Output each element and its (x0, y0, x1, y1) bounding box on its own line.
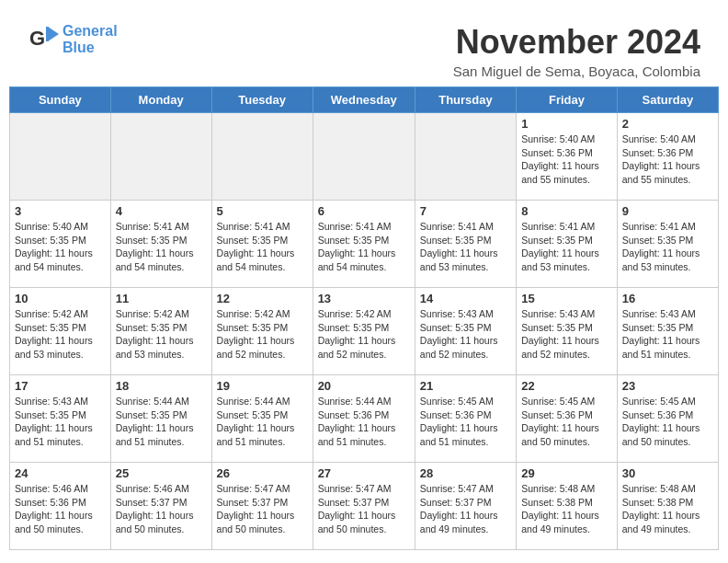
table-row: 20Sunrise: 5:44 AMSunset: 5:36 PMDayligh… (313, 375, 415, 463)
cell-info: Daylight: 11 hours and 50 minutes. (521, 421, 612, 448)
cell-info: Daylight: 11 hours and 51 minutes. (116, 421, 207, 448)
day-number: 10 (15, 292, 106, 305)
cell-info: Sunrise: 5:48 AM (622, 482, 713, 496)
table-row: 24Sunrise: 5:46 AMSunset: 5:36 PMDayligh… (10, 463, 111, 550)
cell-info: Daylight: 11 hours and 53 minutes. (521, 247, 612, 273)
table-row: 11Sunrise: 5:42 AMSunset: 5:35 PMDayligh… (110, 288, 211, 375)
day-number: 24 (15, 466, 106, 480)
cell-info: Sunrise: 5:45 AM (521, 395, 612, 408)
cell-info: Sunset: 5:35 PM (116, 408, 207, 422)
table-row: 3Sunrise: 5:40 AMSunset: 5:35 PMDaylight… (10, 201, 111, 288)
table-row: 14Sunrise: 5:43 AMSunset: 5:35 PMDayligh… (415, 288, 516, 375)
cell-info: Sunrise: 5:46 AM (116, 482, 207, 496)
cell-info: Sunset: 5:35 PM (622, 321, 713, 335)
cell-info: Sunset: 5:35 PM (15, 321, 106, 335)
logo: G General Blue (28, 23, 118, 57)
cell-info: Daylight: 11 hours and 53 minutes. (116, 334, 207, 361)
cell-info: Sunrise: 5:46 AM (15, 482, 106, 496)
cell-info: Sunset: 5:37 PM (116, 496, 207, 510)
day-number: 14 (420, 292, 511, 305)
page-container: G General Blue November 2024 San Miguel … (0, 0, 728, 559)
day-number: 15 (521, 292, 612, 305)
cell-info: Sunset: 5:36 PM (521, 408, 612, 422)
table-row: 4Sunrise: 5:41 AMSunset: 5:35 PMDaylight… (110, 201, 211, 288)
day-number: 19 (217, 379, 308, 393)
cell-info: Sunrise: 5:43 AM (622, 307, 713, 321)
month-year-title: November 2024 (453, 23, 700, 62)
table-row: 5Sunrise: 5:41 AMSunset: 5:35 PMDaylight… (211, 201, 313, 288)
cell-info: Sunrise: 5:44 AM (217, 395, 308, 408)
table-row: 7Sunrise: 5:41 AMSunset: 5:35 PMDaylight… (415, 201, 516, 288)
table-row (10, 113, 111, 201)
cell-info: Sunset: 5:35 PM (420, 321, 511, 335)
logo-icon: G (28, 23, 61, 56)
table-row: 18Sunrise: 5:44 AMSunset: 5:35 PMDayligh… (110, 375, 211, 463)
cell-info: Sunrise: 5:42 AM (116, 307, 207, 321)
table-row: 30Sunrise: 5:48 AMSunset: 5:38 PMDayligh… (617, 463, 718, 550)
cell-info: Sunset: 5:35 PM (318, 321, 410, 335)
cell-info: Sunrise: 5:41 AM (521, 220, 612, 234)
cell-info: Sunrise: 5:42 AM (318, 307, 410, 321)
cell-info: Sunrise: 5:41 AM (116, 220, 207, 234)
cell-info: Daylight: 11 hours and 52 minutes. (521, 334, 612, 361)
cell-info: Sunrise: 5:40 AM (15, 220, 106, 234)
cell-info: Daylight: 11 hours and 54 minutes. (15, 247, 106, 273)
cell-info: Sunrise: 5:44 AM (318, 395, 410, 408)
cell-info: Sunset: 5:35 PM (217, 321, 308, 335)
day-number: 2 (622, 117, 713, 131)
day-number: 13 (318, 292, 410, 305)
svg-rect-3 (46, 27, 49, 41)
col-header-wednesday: Wednesday (313, 87, 415, 113)
day-number: 23 (622, 379, 713, 393)
cell-info: Sunrise: 5:43 AM (15, 395, 106, 408)
cell-info: Sunrise: 5:48 AM (521, 482, 612, 496)
cell-info: Daylight: 11 hours and 50 minutes. (116, 509, 207, 535)
cell-info: Daylight: 11 hours and 50 minutes. (217, 509, 308, 535)
cell-info: Sunrise: 5:41 AM (217, 220, 308, 234)
day-number: 20 (318, 379, 410, 393)
day-number: 12 (217, 292, 308, 305)
cell-info: Daylight: 11 hours and 49 minutes. (420, 509, 511, 535)
day-number: 11 (116, 292, 207, 305)
cell-info: Sunset: 5:35 PM (217, 234, 308, 247)
day-number: 3 (15, 204, 106, 218)
day-number: 25 (116, 466, 207, 480)
title-block: November 2024 San Miguel de Sema, Boyaca… (453, 23, 700, 79)
cell-info: Daylight: 11 hours and 50 minutes. (15, 509, 106, 535)
cell-info: Sunset: 5:35 PM (521, 321, 612, 335)
logo-text: General Blue (63, 23, 118, 57)
cell-info: Sunrise: 5:42 AM (217, 307, 308, 321)
cell-info: Daylight: 11 hours and 51 minutes. (217, 421, 308, 448)
table-row: 8Sunrise: 5:41 AMSunset: 5:35 PMDaylight… (517, 201, 618, 288)
table-row: 10Sunrise: 5:42 AMSunset: 5:35 PMDayligh… (10, 288, 111, 375)
cell-info: Sunrise: 5:44 AM (116, 395, 207, 408)
day-number: 7 (420, 204, 511, 218)
table-row: 27Sunrise: 5:47 AMSunset: 5:37 PMDayligh… (313, 463, 415, 550)
day-number: 29 (521, 466, 612, 480)
cell-info: Sunrise: 5:41 AM (420, 220, 511, 234)
table-row: 16Sunrise: 5:43 AMSunset: 5:35 PMDayligh… (617, 288, 718, 375)
cell-info: Sunset: 5:38 PM (521, 496, 612, 510)
table-row: 17Sunrise: 5:43 AMSunset: 5:35 PMDayligh… (10, 375, 111, 463)
cell-info: Sunset: 5:38 PM (622, 496, 713, 510)
cell-info: Daylight: 11 hours and 52 minutes. (420, 334, 511, 361)
cell-info: Daylight: 11 hours and 53 minutes. (420, 247, 511, 273)
cell-info: Sunset: 5:35 PM (420, 234, 511, 247)
day-number: 17 (15, 379, 106, 393)
day-number: 21 (420, 379, 511, 393)
table-row: 19Sunrise: 5:44 AMSunset: 5:35 PMDayligh… (211, 375, 313, 463)
cell-info: Sunrise: 5:41 AM (622, 220, 713, 234)
cell-info: Daylight: 11 hours and 54 minutes. (217, 247, 308, 273)
table-row: 13Sunrise: 5:42 AMSunset: 5:35 PMDayligh… (313, 288, 415, 375)
table-row: 15Sunrise: 5:43 AMSunset: 5:35 PMDayligh… (517, 288, 618, 375)
cell-info: Sunrise: 5:45 AM (622, 395, 713, 408)
cell-info: Sunset: 5:35 PM (318, 234, 410, 247)
col-header-sunday: Sunday (10, 87, 111, 113)
cell-info: Daylight: 11 hours and 50 minutes. (318, 509, 410, 535)
cell-info: Sunset: 5:35 PM (15, 408, 106, 422)
header: G General Blue November 2024 San Miguel … (9, 9, 719, 86)
day-number: 27 (318, 466, 410, 480)
cell-info: Sunrise: 5:42 AM (15, 307, 106, 321)
cell-info: Sunset: 5:36 PM (318, 408, 410, 422)
col-header-thursday: Thursday (415, 87, 516, 113)
